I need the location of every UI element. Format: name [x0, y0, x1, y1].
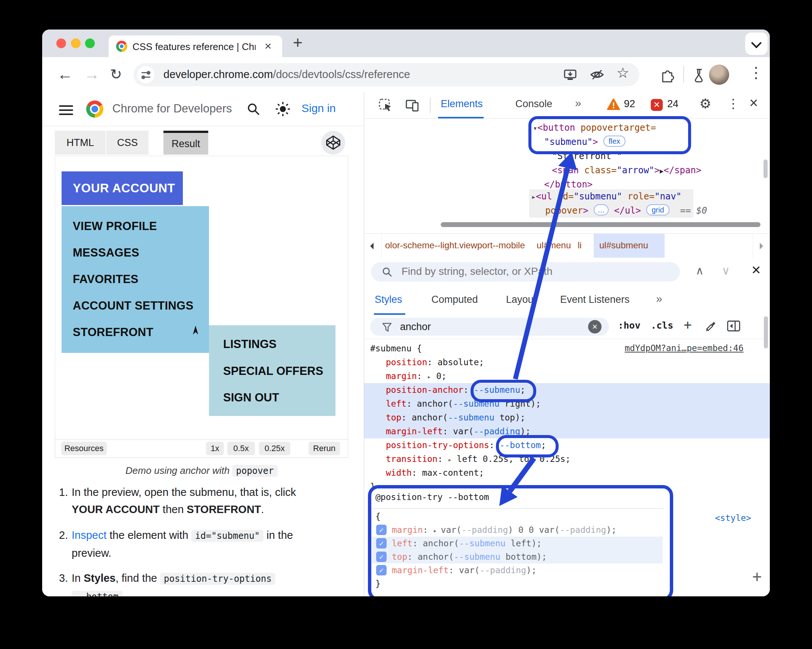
css-declaration-position-anchor[interactable]: position-anchor: --submenu; — [386, 383, 525, 397]
dom-node-ul-open[interactable]: ▸<ul id="submenu" role="nav" — [531, 189, 681, 204]
theme-sun-icon[interactable] — [274, 101, 292, 119]
browser-tab[interactable]: CSS features reference | Chr × — [108, 35, 282, 57]
new-tab-button[interactable]: + — [293, 33, 303, 52]
grid-badge[interactable]: grid — [646, 204, 669, 216]
collapsed-triangle-icon[interactable]: ▸ — [531, 192, 536, 201]
style-element-link[interactable]: <style> — [715, 511, 751, 525]
css-declaration[interactable]: margin: ▸ 0; — [386, 369, 447, 384]
resources-button[interactable]: Resources — [61, 442, 107, 455]
css-declaration-position-try-options[interactable]: position-try-options: --bottom; — [386, 438, 546, 452]
url-bar[interactable]: .tune i:first-child::after{right:0}.tune… — [134, 63, 639, 86]
flex-badge[interactable]: flex — [603, 136, 626, 147]
rerun-button[interactable]: Rerun — [308, 442, 340, 455]
forward-button[interactable]: → — [84, 65, 100, 83]
devtools-kebab-icon[interactable]: ⋮ — [727, 96, 740, 111]
css-declaration[interactable]: left: anchor(--submenu left); — [392, 537, 542, 550]
traffic-close-button[interactable] — [56, 38, 66, 48]
css-declaration[interactable]: position: absolute; — [386, 355, 484, 369]
declaration-checkbox[interactable]: ✓ — [376, 525, 386, 535]
menu-item-favorites[interactable]: FAVORITES — [73, 272, 139, 286]
hover-state-button[interactable]: :hov — [618, 320, 640, 331]
more-panes-chevrons[interactable]: » — [656, 292, 662, 305]
new-style-rule-plus-icon[interactable]: + — [684, 317, 692, 332]
submenu-item-listings[interactable]: LISTINGS — [223, 338, 276, 351]
tab-event-listeners[interactable]: Event Listeners — [560, 294, 629, 305]
menu-item-account-settings[interactable]: ACCOUNT SETTINGS — [73, 299, 193, 312]
dom-node-button-open[interactable]: ▾<button popovertarget= — [533, 121, 656, 135]
codepen-logo-icon[interactable] — [321, 131, 345, 155]
css-rule-selector[interactable]: #submenu { — [370, 342, 422, 355]
declaration-checkbox[interactable]: ✓ — [376, 565, 386, 576]
inspect-link[interactable]: Inspect — [72, 529, 107, 541]
eye-off-icon[interactable] — [589, 67, 604, 82]
speed-025x-button[interactable]: 0.25x — [259, 442, 290, 455]
find-close-icon[interactable]: × — [751, 261, 761, 279]
speed-1x-button[interactable]: 1x — [206, 442, 224, 455]
add-position-try-plus-icon[interactable]: + — [752, 569, 762, 583]
dom-text-storefront[interactable]: "Storefront " — [552, 149, 622, 163]
sidebar-panel-icon[interactable] — [727, 320, 740, 334]
warning-icon[interactable] — [607, 98, 620, 112]
expand-children-badge[interactable]: … — [594, 204, 609, 216]
tab-html[interactable]: HTML — [55, 131, 105, 155]
tab-result[interactable]: Result — [163, 131, 208, 155]
extensions-puzzle-icon[interactable] — [660, 68, 675, 83]
submenu-item-special-offers[interactable]: SPECIAL OFFERS — [223, 364, 323, 378]
more-tabs-chevrons[interactable]: » — [575, 97, 582, 109]
hamburger-menu-icon[interactable] — [59, 103, 73, 118]
css-declaration[interactable]: margin: ▸ var(--padding) 0 0 var(--paddi… — [392, 523, 617, 537]
expand-triangle-icon[interactable]: ▾ — [533, 124, 537, 133]
menu-item-storefront[interactable]: STOREFRONT — [73, 326, 153, 339]
dom-vertical-scrollbar[interactable] — [763, 159, 768, 178]
stylesheet-source-link[interactable]: mdYdpOM?ani…pe=embed:46 — [625, 343, 744, 353]
submenu-item-sign-out[interactable]: SIGN OUT — [223, 391, 279, 404]
device-toolbar-icon[interactable] — [405, 98, 420, 114]
bookmark-star-icon[interactable]: ☆ — [617, 64, 631, 80]
your-account-button[interactable]: YOUR ACCOUNT — [61, 171, 183, 205]
filter-clear-icon[interactable]: × — [588, 320, 601, 334]
css-declaration[interactable]: top: anchor(--submenu top); — [386, 411, 525, 425]
find-previous-icon[interactable]: ∧ — [696, 264, 704, 277]
filter-input[interactable] — [399, 321, 565, 333]
inspect-element-icon[interactable] — [379, 98, 392, 114]
css-declaration[interactable]: transition: ▸ left 0.25s, top 0.25s; — [386, 452, 571, 467]
css-declaration[interactable]: margin-left: var(--padding); — [386, 425, 531, 438]
find-input-pill[interactable] — [371, 262, 680, 282]
warning-count[interactable]: 92 — [624, 98, 635, 110]
at-position-try-header[interactable]: @position-try --bottom — [375, 490, 489, 504]
search-icon[interactable] — [246, 101, 261, 118]
crumb-ul-menu[interactable]: ul#menu — [537, 240, 571, 251]
class-button[interactable]: .cls — [651, 320, 673, 331]
crumbs-scroll-left-button[interactable] — [364, 234, 382, 258]
css-declaration[interactable]: margin-left: var(--padding); — [392, 563, 537, 577]
error-icon[interactable]: ✕ — [651, 99, 663, 111]
css-declaration[interactable]: left: anchor(--submenu right); — [386, 397, 541, 411]
declaration-checkbox[interactable]: ✓ — [376, 551, 386, 562]
traffic-zoom-button[interactable] — [85, 38, 95, 48]
site-settings-icon[interactable]: .tune i:first-child::after{right:0}.tune… — [137, 66, 154, 83]
custom-property-link[interactable]: --submenu — [473, 385, 520, 395]
css-declaration[interactable]: width: max-content; — [386, 466, 484, 480]
tab-console[interactable]: Console — [515, 98, 552, 110]
crumb-body-classes[interactable]: olor-scheme--light.viewport--mobile — [385, 240, 525, 251]
declaration-checkbox[interactable]: ✓ — [376, 538, 386, 548]
find-input[interactable] — [401, 265, 664, 278]
rendering-brush-icon[interactable] — [705, 320, 717, 334]
menu-item-messages[interactable]: MESSAGES — [73, 246, 139, 260]
menu-item-view-profile[interactable]: VIEW PROFILE — [73, 220, 157, 233]
error-count[interactable]: 24 — [667, 98, 678, 110]
crumb-li[interactable]: li — [578, 240, 582, 251]
dom-horizontal-scrollbar[interactable] — [441, 222, 760, 227]
install-icon[interactable] — [563, 67, 578, 82]
speed-05x-button[interactable]: 0.5x — [227, 442, 255, 455]
tab-styles[interactable]: Styles — [375, 294, 402, 305]
css-declaration[interactable]: top: anchor(--submenu bottom); — [392, 550, 547, 563]
tab-layout[interactable]: Layout — [506, 294, 536, 305]
dom-node-button-attr[interactable]: "submenu"> flex — [544, 135, 626, 149]
dom-node-span-arrow[interactable]: <span class="arrow">▶</span> — [552, 163, 701, 178]
browser-menu-kebab-icon[interactable]: ⋮ — [749, 64, 763, 81]
find-next-icon[interactable]: ∨ — [722, 264, 730, 277]
settings-gear-icon[interactable]: ⚙ — [699, 96, 711, 112]
traffic-minimize-button[interactable] — [71, 38, 81, 48]
dom-node-ul-close[interactable]: popover> … </ul> grid == $0 — [545, 204, 707, 218]
